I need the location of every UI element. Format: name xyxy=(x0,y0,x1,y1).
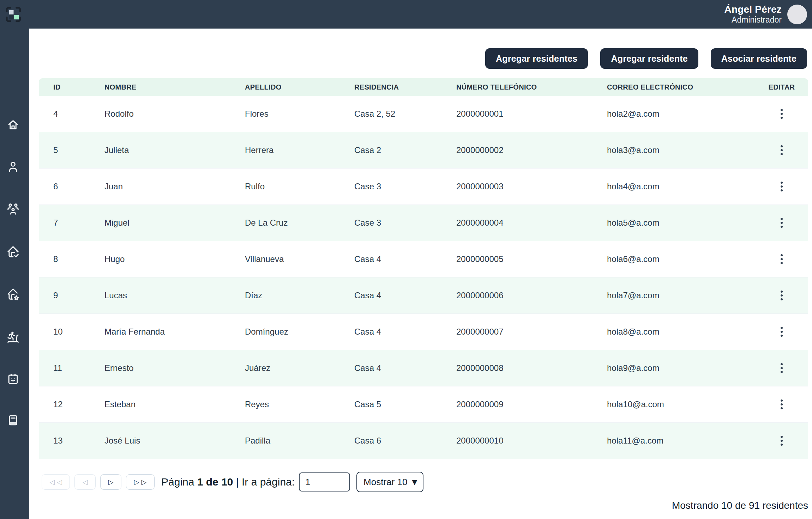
cell-id: 8 xyxy=(53,254,104,264)
table-row: 8HugoVillanuevaCasa 42000000005hola6@a.c… xyxy=(39,241,808,277)
cell-nombre: María Fernanda xyxy=(104,327,245,337)
cell-apellido: Juárez xyxy=(245,363,354,373)
cell-editar xyxy=(755,179,808,194)
page-size-select[interactable]: Mostrar 10 ▼ xyxy=(356,472,423,492)
first-page-button[interactable]: ◁ ◁ xyxy=(42,474,70,490)
results-summary: Mostrando 10 de 91 residentes xyxy=(29,500,808,511)
cell-correo: hola2@a.com xyxy=(607,109,755,119)
sidebar-item-home-icon[interactable] xyxy=(6,118,20,132)
agregar-residentes-button[interactable]: Agregar residentes xyxy=(485,48,588,69)
table-header-row: IDNOMBREAPELLIDORESIDENCIANÚMERO TELEFÓN… xyxy=(39,78,808,96)
users-group-icon xyxy=(6,202,20,216)
cell-telefono: 2000000009 xyxy=(456,399,607,409)
cell-apellido: De La Cruz xyxy=(245,218,354,228)
cell-residencia: Casa 2, 52 xyxy=(354,109,456,119)
goto-page-input[interactable] xyxy=(299,472,350,491)
row-actions-kebab-icon[interactable] xyxy=(776,142,787,158)
page-info: 1 de 10 xyxy=(197,476,233,488)
cell-correo: hola11@a.com xyxy=(607,436,755,446)
row-actions-kebab-icon[interactable] xyxy=(776,324,787,340)
cell-correo: hola5@a.com xyxy=(607,218,755,228)
sidebar-item-treadmill-icon[interactable] xyxy=(6,330,20,343)
cell-telefono: 2000000003 xyxy=(456,182,607,191)
calendar-icon xyxy=(6,372,20,386)
sidebar xyxy=(0,29,29,519)
cell-editar xyxy=(755,433,808,448)
cell-telefono: 2000000004 xyxy=(456,218,607,228)
agregar-residente-button[interactable]: Agregar residente xyxy=(600,48,698,69)
row-actions-kebab-icon[interactable] xyxy=(776,360,787,376)
row-actions-kebab-icon[interactable] xyxy=(776,215,787,231)
cell-nombre: Lucas xyxy=(104,291,245,300)
cell-editar xyxy=(755,251,808,267)
cell-correo: hola8@a.com xyxy=(607,327,755,337)
cell-residencia: Casa 5 xyxy=(354,399,456,409)
cell-id: 9 xyxy=(53,291,104,300)
cell-residencia: Casa 6 xyxy=(354,436,456,446)
cell-telefono: 2000000002 xyxy=(456,145,607,155)
column-header-5: CORREO ELECTRÓNICO xyxy=(607,83,755,91)
main-content: Agregar residentesAgregar residenteAsoci… xyxy=(29,29,812,519)
cell-correo: hola3@a.com xyxy=(607,145,755,155)
cell-telefono: 2000000008 xyxy=(456,363,607,373)
chevron-down-icon: ▼ xyxy=(412,478,417,486)
cell-residencia: Case 3 xyxy=(354,182,456,191)
cell-residencia: Casa 4 xyxy=(354,291,456,300)
page-size-value: Mostrar 10 xyxy=(363,477,407,488)
pagination-bar: ◁ ◁◁▷▷ ▷ Página 1 de 10 | Ir a página: M… xyxy=(42,472,812,492)
row-actions-kebab-icon[interactable] xyxy=(776,397,787,412)
page-word: Página xyxy=(161,476,194,488)
actions-toolbar: Agregar residentesAgregar residenteAsoci… xyxy=(29,48,807,69)
cell-id: 7 xyxy=(53,218,104,228)
cell-nombre: José Luis xyxy=(104,436,245,446)
user-name: Ángel Pérez xyxy=(724,4,782,15)
cell-id: 10 xyxy=(53,327,104,337)
cell-telefono: 2000000006 xyxy=(456,291,607,300)
row-actions-kebab-icon[interactable] xyxy=(776,288,787,303)
cell-editar xyxy=(755,215,808,231)
cell-apellido: Domínguez xyxy=(245,327,354,337)
asociar-residente-button[interactable]: Asociar residente xyxy=(711,48,807,69)
column-header-0: ID xyxy=(53,83,104,91)
pagination-separator: | xyxy=(236,476,239,488)
cell-id: 5 xyxy=(53,145,104,155)
cell-nombre: Esteban xyxy=(104,399,245,409)
table-row: 7MiguelDe La CruzCase 32000000004hola5@a… xyxy=(39,205,808,241)
book-icon xyxy=(6,414,20,427)
previous-page-button[interactable]: ◁ xyxy=(74,474,96,490)
column-header-3: RESIDENCIA xyxy=(354,83,456,91)
cell-residencia: Casa 4 xyxy=(354,254,456,264)
sidebar-item-home-star-icon[interactable] xyxy=(6,287,20,301)
home-icon xyxy=(6,118,20,132)
cell-telefono: 2000000001 xyxy=(456,109,607,119)
cell-nombre: Julieta xyxy=(104,145,245,155)
next-page-button[interactable]: ▷ xyxy=(100,474,121,490)
cell-editar xyxy=(755,288,808,303)
row-actions-kebab-icon[interactable] xyxy=(776,179,787,194)
avatar[interactable] xyxy=(787,5,807,24)
sidebar-item-calendar-icon[interactable] xyxy=(6,372,20,386)
sidebar-item-home-check-icon[interactable] xyxy=(6,245,20,258)
cell-editar xyxy=(755,360,808,376)
last-page-button[interactable]: ▷ ▷ xyxy=(126,474,155,490)
table-row: 9LucasDíazCasa 42000000006hola7@a.com xyxy=(39,277,808,314)
app-logo-icon xyxy=(5,6,22,23)
row-actions-kebab-icon[interactable] xyxy=(776,106,787,122)
cell-id: 13 xyxy=(53,436,104,446)
cell-nombre: Miguel xyxy=(104,218,245,228)
table-row: 10María FernandaDomínguezCasa 4200000000… xyxy=(39,314,808,350)
sidebar-item-book-icon[interactable] xyxy=(6,414,20,427)
cell-id: 11 xyxy=(53,363,104,373)
column-header-2: APELLIDO xyxy=(245,83,354,91)
sidebar-item-users-group-icon[interactable] xyxy=(6,202,20,216)
row-actions-kebab-icon[interactable] xyxy=(776,251,787,267)
user-block: Ángel Pérez Administrador xyxy=(724,4,782,25)
cell-telefono: 2000000005 xyxy=(456,254,607,264)
cell-editar xyxy=(755,142,808,158)
column-header-4: NÚMERO TELEFÓNICO xyxy=(456,83,607,91)
row-actions-kebab-icon[interactable] xyxy=(776,433,787,448)
cell-telefono: 2000000007 xyxy=(456,327,607,337)
sidebar-item-user-icon[interactable] xyxy=(6,160,20,173)
table-row: 11ErnestoJuárezCasa 42000000008hola9@a.c… xyxy=(39,350,808,386)
cell-apellido: Herrera xyxy=(245,145,354,155)
